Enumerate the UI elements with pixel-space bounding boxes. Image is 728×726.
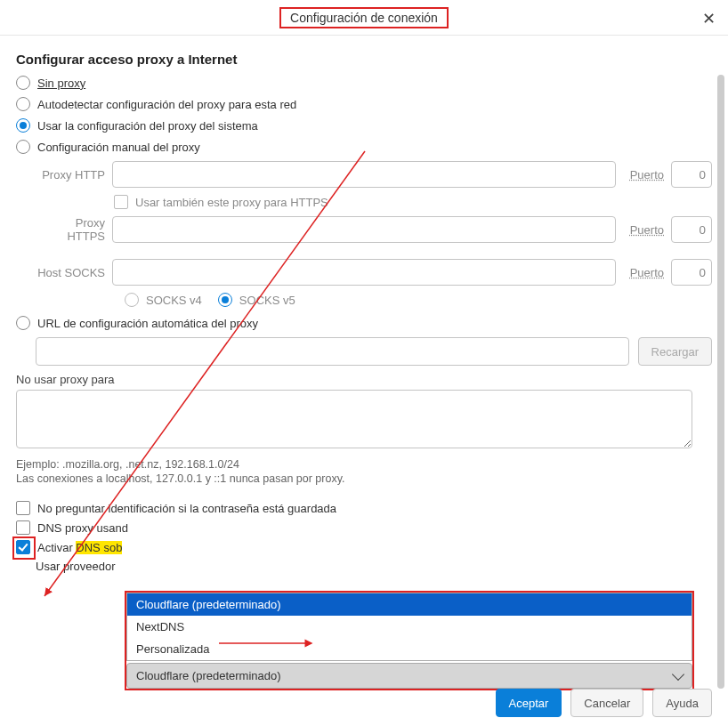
dns-proxy-checkbox[interactable]	[16, 520, 30, 535]
scrollbar[interactable]	[717, 75, 724, 689]
no-proxy-label: No usar proxy para	[16, 373, 712, 386]
doh-label: Activar DNS sob	[37, 541, 122, 554]
radio-socks4-label: SOCKS v4	[146, 294, 202, 307]
radio-auto-url[interactable]: URL de configuración automática del prox…	[16, 316, 712, 330]
cancel-button[interactable]: Cancelar	[570, 689, 643, 717]
provider-option-nextdns[interactable]: NextDNS	[127, 616, 692, 638]
no-proxy-example: Ejemplo: .mozilla.org, .net.nz, 192.168.…	[16, 458, 712, 471]
radio-system-label: Usar la configuración del proxy del sist…	[37, 119, 258, 133]
socks-port-input[interactable]	[671, 259, 712, 286]
dialog-title: Configuración de conexión	[279, 7, 449, 28]
radio-manual-label: Configuración manual del proxy	[37, 141, 200, 154]
also-https-checkbox[interactable]	[114, 195, 128, 209]
reload-button[interactable]: Recargar	[638, 337, 712, 366]
provider-option-cloudflare[interactable]: Cloudflare (predeterminado)	[127, 593, 692, 616]
http-proxy-row: Proxy HTTP Puerto	[36, 161, 712, 188]
radio-socks4[interactable]: SOCKS v4	[125, 293, 202, 307]
socks-host-input[interactable]	[112, 259, 616, 286]
radio-system[interactable]: Usar la configuración del proxy del sist…	[16, 118, 712, 133]
ok-button[interactable]: Aceptar	[496, 689, 562, 717]
radio-no-proxy-label: Sin proxy	[37, 77, 85, 90]
radio-autodetect[interactable]: Autodetectar configuración del proxy par…	[16, 97, 712, 111]
socks-port-label: Puerto	[630, 266, 664, 279]
no-proxy-note: Las conexiones a localhost, 127.0.0.1 y …	[16, 472, 712, 485]
https-proxy-row: Proxy HTTPS Puerto	[36, 216, 712, 243]
https-proxy-label: Proxy HTTPS	[36, 216, 105, 243]
no-prompt-checkbox[interactable]	[16, 501, 30, 515]
socks-host-label: Host SOCKS	[36, 266, 105, 279]
http-proxy-label: Proxy HTTP	[36, 168, 105, 182]
radio-manual[interactable]: Configuración manual del proxy	[16, 140, 712, 154]
dns-proxy-label: DNS proxy usand	[37, 521, 128, 535]
auto-url-input[interactable]	[36, 337, 629, 366]
chevron-down-icon	[672, 667, 684, 680]
https-proxy-input[interactable]	[112, 216, 616, 243]
https-port-label: Puerto	[630, 223, 664, 237]
no-prompt-label: No preguntar identificación si la contra…	[37, 502, 336, 515]
title-bar: Configuración de conexión ✕	[0, 0, 728, 36]
radio-socks5[interactable]: SOCKS v5	[218, 293, 295, 307]
socks-host-row: Host SOCKS Puerto	[36, 259, 712, 286]
help-button[interactable]: Ayuda	[652, 689, 712, 717]
http-proxy-input[interactable]	[112, 161, 616, 188]
section-heading: Configurar acceso proxy a Internet	[16, 52, 712, 67]
provider-listbox[interactable]: Cloudflare (predeterminado) NextDNS Pers…	[126, 593, 692, 661]
provider-select-value: Cloudflare (predeterminado)	[136, 669, 281, 682]
radio-socks5-label: SOCKS v5	[239, 294, 295, 307]
no-proxy-textarea[interactable]	[16, 390, 692, 448]
http-port-label: Puerto	[630, 168, 664, 182]
http-port-input[interactable]	[671, 161, 712, 188]
provider-select[interactable]: Cloudflare (predeterminado)	[126, 663, 692, 689]
provider-option-custom[interactable]: Personalizada	[127, 638, 692, 660]
also-https-label: Usar también este proxy para HTTPS	[135, 196, 328, 209]
close-icon[interactable]: ✕	[702, 9, 716, 28]
radio-autodetect-label: Autodetectar configuración del proxy par…	[37, 98, 296, 111]
provider-dropdown-area: Cloudflare (predeterminado) NextDNS Pers…	[125, 591, 694, 690]
radio-no-proxy[interactable]: Sin proxy	[16, 76, 712, 90]
https-port-input[interactable]	[671, 216, 712, 243]
provider-label: Usar proveedor	[36, 560, 116, 573]
radio-auto-url-label: URL de configuración automática del prox…	[37, 317, 258, 330]
